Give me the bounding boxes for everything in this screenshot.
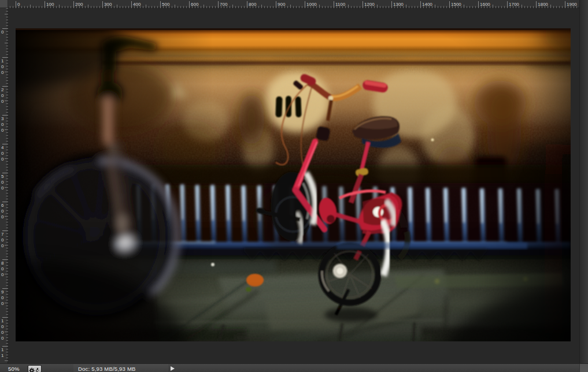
svg-text:0: 0 bbox=[1, 324, 4, 329]
svg-text:700: 700 bbox=[220, 2, 228, 7]
svg-text:1100: 1100 bbox=[335, 2, 346, 7]
svg-text:0: 0 bbox=[1, 122, 4, 127]
svg-text:0: 0 bbox=[1, 272, 4, 277]
svg-text:0: 0 bbox=[1, 209, 4, 214]
svg-text:0: 0 bbox=[1, 266, 4, 271]
svg-text:1800: 1800 bbox=[538, 2, 548, 7]
svg-text:600: 600 bbox=[191, 2, 199, 7]
svg-text:1900: 1900 bbox=[567, 2, 577, 7]
svg-text:2: 2 bbox=[1, 87, 4, 92]
svg-text:5: 5 bbox=[1, 174, 4, 179]
svg-text:0: 0 bbox=[1, 128, 4, 133]
svg-text:0: 0 bbox=[1, 180, 4, 185]
svg-text:9: 9 bbox=[1, 289, 4, 295]
svg-text:1500: 1500 bbox=[451, 2, 461, 7]
svg-text:500: 500 bbox=[162, 2, 170, 7]
svg-text:1: 1 bbox=[1, 58, 4, 64]
svg-text:0: 0 bbox=[17, 2, 20, 7]
svg-text:1: 1 bbox=[1, 347, 4, 352]
svg-text:0: 0 bbox=[1, 237, 4, 243]
svg-text:200: 200 bbox=[75, 2, 83, 7]
svg-text:1600: 1600 bbox=[480, 2, 490, 7]
svg-text:0: 0 bbox=[1, 301, 4, 306]
svg-text:0: 0 bbox=[1, 151, 4, 156]
svg-text:0: 0 bbox=[1, 64, 4, 69]
svg-text:6: 6 bbox=[1, 203, 4, 208]
svg-text:0: 0 bbox=[1, 214, 4, 220]
svg-text:1: 1 bbox=[1, 318, 4, 323]
svg-text:3: 3 bbox=[1, 116, 4, 121]
svg-text:0: 0 bbox=[1, 295, 4, 300]
svg-text:8: 8 bbox=[1, 261, 4, 266]
svg-text:7: 7 bbox=[1, 232, 4, 237]
svg-text:1400: 1400 bbox=[422, 2, 432, 7]
svg-text:4: 4 bbox=[1, 145, 4, 150]
svg-text:800: 800 bbox=[249, 2, 257, 7]
svg-text:0: 0 bbox=[1, 93, 4, 98]
svg-text:1: 1 bbox=[1, 353, 4, 358]
svg-text:1300: 1300 bbox=[393, 2, 404, 7]
svg-text:0: 0 bbox=[1, 157, 4, 162]
svg-text:0: 0 bbox=[1, 29, 4, 35]
svg-text:0: 0 bbox=[1, 70, 4, 75]
svg-text:0: 0 bbox=[1, 336, 4, 341]
svg-text:0: 0 bbox=[1, 99, 4, 104]
svg-text:0: 0 bbox=[1, 185, 4, 191]
svg-text:1000: 1000 bbox=[306, 2, 317, 7]
svg-text:1200: 1200 bbox=[364, 2, 375, 7]
svg-text:0: 0 bbox=[1, 243, 4, 248]
svg-text:900: 900 bbox=[278, 2, 286, 7]
svg-text:100: 100 bbox=[46, 2, 54, 7]
svg-text:400: 400 bbox=[133, 2, 141, 7]
svg-text:300: 300 bbox=[104, 2, 112, 7]
svg-text:0: 0 bbox=[1, 330, 4, 335]
svg-text:1700: 1700 bbox=[509, 2, 519, 7]
